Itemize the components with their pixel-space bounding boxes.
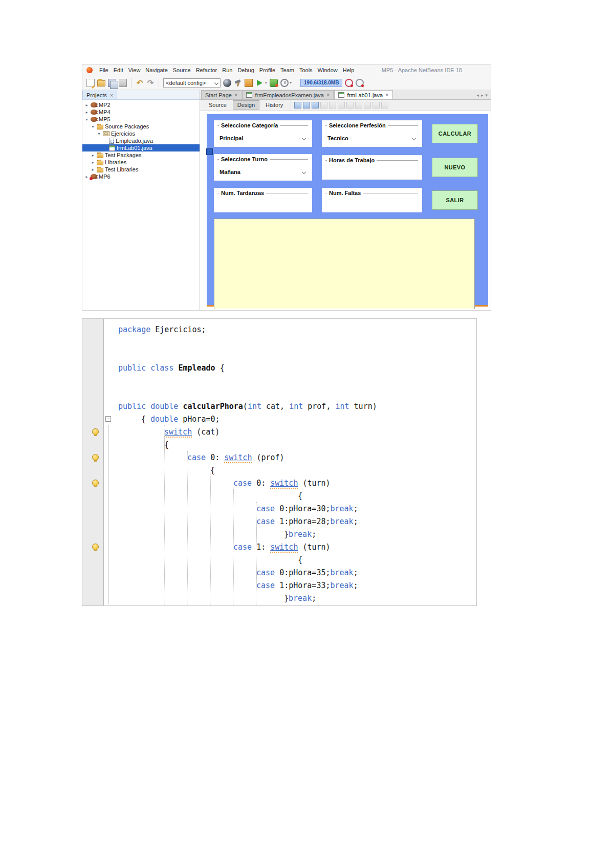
profile-dropdown-icon[interactable]: ▾ (290, 81, 292, 85)
text-field[interactable] (325, 168, 419, 178)
calcular-button[interactable]: CALCULAR (432, 124, 478, 143)
tab-projects[interactable]: Projects × (82, 91, 117, 99)
update-center-icon[interactable] (345, 79, 353, 87)
expander-icon[interactable]: ▸ (91, 160, 95, 165)
tree-item-frmlab01-java[interactable]: frmLab01.java (82, 144, 200, 151)
menu-team[interactable]: Team (278, 66, 297, 74)
align-right-icon[interactable] (329, 102, 336, 108)
tree-item-test-libraries[interactable]: ▸Test Libraries (82, 166, 200, 173)
tree-item-empleado-java[interactable]: Empleado.java (82, 137, 200, 144)
undo-icon[interactable]: ↶ (136, 79, 144, 87)
run-project-icon[interactable] (255, 79, 264, 87)
form-group-seleccione-turno[interactable]: Seleccione TurnoMañana (214, 154, 312, 181)
tree-item-ejercicios[interactable]: ▾Ejercicios (82, 130, 200, 137)
tree-item-mp2[interactable]: ▸MP2 (82, 101, 200, 108)
form-group-num-tardanzas[interactable]: Num. Tardanzas (214, 188, 312, 212)
debug-project-icon[interactable] (270, 79, 278, 87)
menu-view[interactable]: View (126, 66, 143, 74)
expander-icon[interactable]: ▸ (84, 103, 89, 107)
run-config-select[interactable]: <default config> (163, 78, 221, 88)
redo-icon[interactable]: ↷ (146, 79, 155, 87)
menu-profile[interactable]: Profile (257, 66, 278, 74)
text-field[interactable] (325, 201, 419, 211)
bulb-icon[interactable] (92, 428, 99, 435)
copy-icon[interactable] (119, 79, 127, 87)
editor-tab-frmlab01-java[interactable]: frmLab01.java× (334, 90, 392, 99)
nuevo-button[interactable]: NUEVO (432, 158, 478, 177)
menu-tools[interactable]: Tools (297, 66, 315, 74)
menu-navigate[interactable]: Navigate (143, 66, 170, 74)
combobox-principal[interactable]: Principal (217, 133, 309, 143)
tree-item-source-packages[interactable]: ▾Source Packages (82, 123, 200, 130)
save-all-icon[interactable] (108, 79, 116, 87)
menu-help[interactable]: Help (340, 66, 357, 74)
selection-mode-icon[interactable] (294, 102, 301, 108)
expander-icon[interactable]: ▸ (91, 167, 95, 172)
clean-build-icon[interactable] (245, 79, 253, 87)
menu-window[interactable]: Window (315, 66, 340, 74)
tab-scroll-right-icon[interactable]: ▸ (481, 93, 484, 98)
auto-resize-icon[interactable] (364, 102, 371, 108)
expander-icon[interactable]: ▾ (97, 132, 101, 136)
profile-project-icon[interactable] (280, 79, 289, 87)
new-file-icon[interactable] (86, 79, 95, 87)
expander-icon[interactable]: ▾ (84, 117, 89, 122)
fold-toggle[interactable] (104, 413, 113, 425)
menu-source[interactable]: Source (170, 66, 193, 74)
form-group-seleccione-perfesi-n[interactable]: Seleccione PerfesiónTecnico (322, 120, 422, 147)
editor-tab-frmempleadosexamen-java[interactable]: frmEmpleadosExamen.java× (242, 90, 334, 99)
form-group-num-faltas[interactable]: Num. Faltas (322, 188, 422, 212)
bulb-icon[interactable] (92, 544, 99, 550)
web-icon[interactable] (223, 79, 231, 87)
tab-list-icon[interactable]: ▾ (485, 93, 488, 98)
same-height-icon[interactable] (355, 102, 362, 108)
close-icon[interactable]: × (385, 92, 388, 98)
bulb-icon[interactable] (92, 454, 99, 461)
menu-file[interactable]: File (97, 66, 111, 74)
expander-icon[interactable]: ▸ (84, 110, 89, 115)
center-horizontal-icon[interactable] (338, 102, 345, 108)
form-selection-handle[interactable] (206, 148, 213, 155)
build-project-icon[interactable] (234, 79, 242, 87)
form-panel[interactable]: Seleccione CategoríaPrincipalSeleccione … (207, 114, 488, 307)
menu-refactor[interactable]: Refactor (193, 66, 220, 74)
tree-item-libraries[interactable]: ▸Libraries (82, 159, 200, 166)
connection-mode-icon[interactable] (303, 102, 310, 108)
collapse-minus-icon[interactable] (105, 416, 111, 422)
close-icon[interactable]: × (234, 92, 237, 98)
tree-item-mp6[interactable]: ▸MP6 (82, 173, 200, 180)
tree-item-test-packages[interactable]: ▸Test Packages (82, 151, 200, 159)
view-button-design[interactable]: Design (233, 100, 259, 110)
combobox-tecnico[interactable]: Tecnico (325, 133, 419, 143)
expander-icon[interactable]: ▸ (91, 153, 95, 158)
combobox-mañana[interactable]: Mañana (217, 167, 309, 177)
same-width-icon[interactable] (346, 102, 354, 108)
tree-item-mp4[interactable]: ▸MP4 (82, 108, 200, 116)
salir-button[interactable]: SALIR (432, 190, 478, 210)
close-icon[interactable]: × (326, 92, 330, 98)
run-dropdown-icon[interactable]: ▾ (265, 81, 267, 85)
expander-icon[interactable]: ▾ (91, 124, 95, 129)
close-icon[interactable]: × (110, 93, 113, 98)
view-button-history[interactable]: History (261, 100, 288, 110)
expander-icon[interactable]: ▸ (84, 175, 89, 179)
text-field[interactable] (217, 201, 309, 211)
memory-indicator[interactable]: 190.6/318.0MB (300, 79, 342, 87)
preview-design-icon[interactable] (312, 102, 319, 108)
bulb-icon[interactable] (92, 480, 99, 486)
menu-run[interactable]: Run (220, 66, 235, 74)
editor-tab-start-page[interactable]: Start Page× (201, 90, 242, 99)
tab-scroll-left-icon[interactable]: ◂ (476, 93, 479, 98)
expand-icon[interactable] (372, 102, 380, 108)
align-left-icon[interactable] (320, 102, 327, 108)
form-group-seleccione-categor-a[interactable]: Seleccione CategoríaPrincipal (214, 120, 312, 147)
notifications-icon[interactable] (356, 79, 364, 87)
menu-edit[interactable]: Edit (111, 66, 126, 74)
form-textarea[interactable] (214, 219, 475, 309)
tree-item-mp5[interactable]: ▾MP5 (82, 116, 200, 123)
form-group-horas-de-trabajo[interactable]: Horas de Trabajo (322, 155, 422, 180)
open-project-icon[interactable] (97, 80, 105, 86)
view-button-source[interactable]: Source (204, 100, 231, 110)
anchor-icon[interactable] (381, 102, 388, 108)
menu-debug[interactable]: Debug (235, 66, 256, 74)
